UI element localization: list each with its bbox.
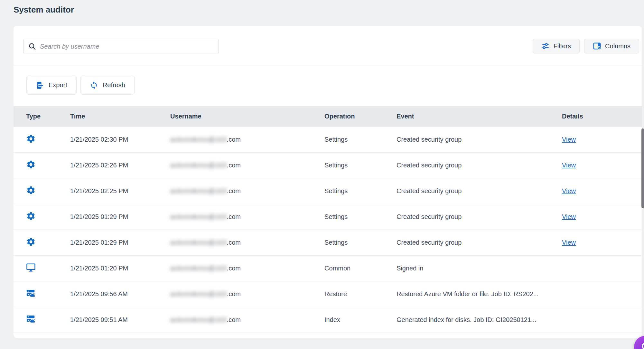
table-row: 1/21/2025 01:20 PM acbvmdemo@163.com Com…	[14, 256, 642, 281]
filter-sliders-icon	[541, 42, 550, 50]
view-details-link[interactable]: View	[562, 162, 576, 169]
cell-username: acbvmdemo@163.com	[170, 213, 324, 221]
column-header-event: Event	[397, 113, 562, 120]
view-details-link[interactable]: View	[562, 187, 576, 194]
column-header-details: Details	[562, 113, 642, 120]
cell-event: Restored Azure VM folder or file. Job ID…	[397, 290, 562, 298]
cell-username: acbvmdemo@163.com	[170, 290, 324, 298]
cell-details: View	[562, 136, 642, 143]
table-row: 1/21/2025 09:51 AM acbvmdemo@163.com Ind…	[14, 307, 642, 333]
columns-button[interactable]: Columns	[584, 39, 639, 53]
cell-time: 1/21/2025 02:25 PM	[70, 187, 170, 195]
username-suffix: .com	[227, 162, 241, 169]
view-details-link[interactable]: View	[562, 136, 576, 143]
search-toolbar: Filters Columns	[14, 26, 642, 66]
cell-event: Created security group	[397, 239, 562, 246]
username-suffix: .com	[227, 239, 241, 246]
chat-bubble-icon	[639, 341, 644, 349]
filters-button-label: Filters	[554, 42, 571, 50]
view-details-link[interactable]: View	[562, 239, 576, 246]
cell-operation: Settings	[324, 136, 397, 143]
cell-username: acbvmdemo@163.com	[170, 316, 324, 324]
cell-event: Created security group	[397, 162, 562, 169]
table-row: 1/21/2025 01:29 PM acbvmdemo@163.com Set…	[14, 204, 642, 230]
table-row: 1/21/2025 02:25 PM acbvmdemo@163.com Set…	[14, 178, 642, 204]
cell-event: Created security group	[397, 187, 562, 195]
gear-icon	[26, 237, 36, 247]
monitor-icon	[26, 263, 36, 272]
cell-time: 1/21/2025 09:56 AM	[70, 290, 170, 298]
table-header-row: Type Time Username Operation Event Detai…	[14, 106, 642, 127]
cell-time: 1/21/2025 09:51 AM	[70, 316, 170, 324]
gear-icon	[26, 211, 36, 221]
cell-event: Generated index for disks. Job ID: GI202…	[397, 316, 562, 324]
search-input[interactable]	[40, 43, 214, 50]
table-row: 1/21/2025 02:30 PM acbvmdemo@163.com Set…	[14, 127, 642, 153]
cell-operation: Restore	[324, 290, 397, 298]
cell-operation: Index	[324, 316, 397, 324]
view-details-link[interactable]: View	[562, 213, 576, 220]
cell-details: View	[562, 162, 642, 169]
refresh-button-label: Refresh	[103, 81, 125, 89]
username-blur: acbvmdemo@163	[170, 187, 227, 194]
cell-time: 1/21/2025 02:26 PM	[70, 162, 170, 169]
cell-details: View	[562, 239, 642, 246]
server-cloud-icon	[26, 314, 36, 324]
username-suffix: .com	[227, 265, 241, 272]
username-suffix: .com	[227, 213, 241, 220]
column-header-time: Time	[70, 113, 170, 120]
gear-icon	[26, 160, 36, 169]
column-header-operation: Operation	[324, 113, 397, 120]
cell-details: View	[562, 213, 642, 221]
scrollbar-thumb[interactable]	[641, 128, 644, 208]
column-header-username: Username	[170, 113, 324, 120]
cell-operation: Settings	[324, 162, 397, 169]
cell-event: Created security group	[397, 213, 562, 221]
gear-icon	[26, 185, 36, 195]
cell-time: 1/21/2025 01:29 PM	[70, 239, 170, 246]
refresh-icon	[90, 81, 98, 90]
cell-username: acbvmdemo@163.com	[170, 162, 324, 169]
cell-operation: Settings	[324, 213, 397, 221]
table-row: 1/21/2025 09:56 AM acbvmdemo@163.com Res…	[14, 281, 642, 307]
cell-event: Created security group	[397, 136, 562, 143]
cell-operation: Settings	[324, 187, 397, 195]
auditor-card: Filters Columns	[14, 26, 642, 338]
table-row: 1/21/2025 01:29 PM acbvmdemo@163.com Set…	[14, 230, 642, 256]
search-icon	[28, 42, 36, 51]
cell-username: acbvmdemo@163.com	[170, 239, 324, 246]
table-body: 1/21/2025 02:30 PM acbvmdemo@163.com Set…	[14, 127, 642, 333]
filters-button[interactable]: Filters	[533, 39, 580, 53]
export-button[interactable]: Export	[26, 76, 77, 95]
actions-toolbar: Export Refresh	[26, 76, 642, 95]
cell-details: View	[562, 187, 642, 195]
export-button-label: Export	[49, 81, 67, 89]
server-cloud-icon	[26, 288, 36, 298]
column-header-type: Type	[26, 113, 70, 120]
username-blur: acbvmdemo@163	[170, 239, 227, 246]
cell-time: 1/21/2025 02:30 PM	[70, 136, 170, 143]
cell-username: acbvmdemo@163.com	[170, 136, 324, 143]
cell-time: 1/21/2025 01:29 PM	[70, 213, 170, 221]
page-title: System auditor	[14, 5, 74, 15]
table-row: 1/21/2025 02:26 PM acbvmdemo@163.com Set…	[14, 153, 642, 178]
username-blur: acbvmdemo@163	[170, 162, 227, 169]
username-suffix: .com	[227, 316, 241, 323]
search-input-wrapper	[23, 39, 219, 54]
cell-operation: Common	[324, 265, 397, 272]
username-blur: acbvmdemo@163	[170, 290, 227, 297]
columns-button-label: Columns	[605, 42, 630, 50]
top-buttons: Filters Columns	[533, 39, 639, 53]
cell-username: acbvmdemo@163.com	[170, 187, 324, 195]
username-suffix: .com	[227, 136, 241, 143]
username-blur: acbvmdemo@163	[170, 213, 227, 220]
username-blur: acbvmdemo@163	[170, 265, 227, 272]
username-suffix: .com	[227, 290, 241, 297]
audit-table: Type Time Username Operation Event Detai…	[14, 106, 642, 333]
username-blur: acbvmdemo@163	[170, 316, 227, 323]
refresh-button[interactable]: Refresh	[80, 76, 135, 95]
columns-gear-icon	[593, 42, 601, 50]
cell-username: acbvmdemo@163.com	[170, 265, 324, 272]
username-blur: acbvmdemo@163	[170, 136, 227, 143]
cell-time: 1/21/2025 01:20 PM	[70, 265, 170, 272]
